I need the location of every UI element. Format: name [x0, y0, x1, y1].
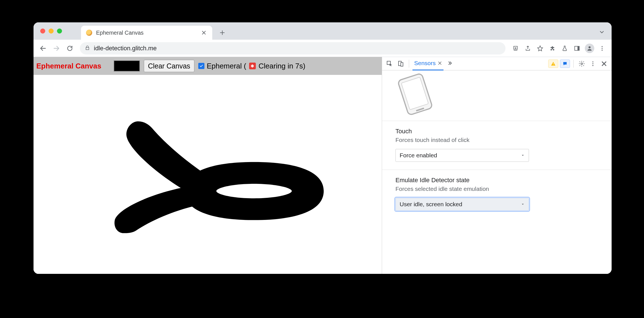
ephemeral-label-suffix: Clearing in 7s)	[259, 62, 306, 70]
orientation-preview	[385, 70, 446, 121]
svg-rect-1	[578, 46, 579, 50]
idle-detector-select-value: User idle, screen locked	[400, 201, 462, 208]
svg-point-13	[592, 63, 593, 64]
tab-close-button[interactable]	[201, 29, 207, 36]
devtools-settings-icon[interactable]	[577, 59, 586, 68]
section-subtitle: Forces selected idle state emulation	[395, 186, 604, 192]
labs-icon[interactable]	[559, 43, 570, 54]
chrome-menu-button[interactable]	[597, 43, 608, 54]
devtools-tabbar: Sensors	[382, 57, 612, 70]
clear-canvas-button[interactable]: Clear Canvas	[144, 60, 194, 72]
url-text: idle-detection.glitch.me	[94, 45, 157, 52]
titlebar: Ephemeral Canvas	[34, 22, 612, 40]
inspect-element-icon[interactable]	[385, 59, 394, 68]
devtools-tab-close-icon[interactable]	[438, 60, 442, 67]
color-picker[interactable]	[114, 60, 140, 72]
tab-title: Ephemeral Canvas	[96, 30, 197, 36]
share-icon[interactable]	[522, 43, 533, 54]
devtools-tab-label: Sensors	[414, 60, 436, 67]
devtools-panel: Sensors	[382, 57, 612, 274]
window-minimize-button[interactable]	[49, 29, 54, 34]
section-idle-detector: Emulate Idle Detector state Forces selec…	[382, 170, 612, 219]
caret-down-icon	[521, 201, 525, 208]
svg-point-2	[588, 46, 590, 48]
bookmark-icon[interactable]	[535, 43, 546, 54]
forward-button[interactable]	[51, 43, 62, 54]
devtools-menu-icon[interactable]	[588, 59, 598, 68]
back-button[interactable]	[37, 43, 49, 54]
devtools-body[interactable]: Touch Forces touch instead of click Forc…	[382, 70, 612, 274]
touch-select[interactable]: Force enabled	[395, 149, 529, 162]
section-touch: Touch Forces touch instead of click Forc…	[382, 121, 612, 170]
window-controls	[40, 29, 62, 34]
browser-toolbar: idle-detection.glitch.me	[34, 40, 612, 57]
browser-tab[interactable]: Ephemeral Canvas	[81, 26, 212, 40]
chrome-window: Ephemeral Canvas idle-detection.glitch.m…	[34, 22, 612, 274]
content-area: Ephemeral Canvas Clear Canvas Ephemeral …	[34, 57, 612, 274]
section-subtitle: Forces touch instead of click	[395, 137, 604, 143]
devtools-close-icon[interactable]	[599, 59, 609, 68]
svg-point-3	[602, 46, 603, 47]
drawing-canvas[interactable]	[34, 75, 382, 274]
page-toolbar: Ephemeral Canvas Clear Canvas Ephemeral …	[34, 57, 382, 75]
tab-favicon-icon	[86, 30, 92, 36]
svg-point-4	[602, 48, 603, 49]
new-tab-button[interactable]	[217, 27, 228, 38]
svg-rect-9	[553, 63, 554, 64]
ephemeral-toggle[interactable]: Ephemeral ( ✱ Clearing in 7s)	[198, 62, 305, 70]
address-bar[interactable]: idle-detection.glitch.me	[80, 42, 505, 54]
svg-point-12	[592, 61, 593, 62]
sidepanel-icon[interactable]	[571, 43, 583, 54]
svg-point-11	[581, 63, 583, 65]
page-title: Ephemeral Canvas	[36, 62, 101, 70]
reload-button[interactable]	[64, 43, 75, 54]
ephemeral-label-prefix: Ephemeral (	[207, 62, 246, 70]
clear-canvas-label: Clear Canvas	[148, 62, 190, 70]
toolbar-right	[510, 43, 608, 54]
install-app-icon[interactable]	[510, 43, 521, 54]
extensions-icon[interactable]	[547, 43, 558, 54]
ephemeral-checkbox[interactable]	[198, 63, 204, 69]
window-maximize-button[interactable]	[57, 29, 62, 34]
device-toolbar-icon[interactable]	[396, 59, 406, 68]
page-viewport: Ephemeral Canvas Clear Canvas Ephemeral …	[34, 57, 382, 274]
section-title: Touch	[395, 128, 604, 135]
svg-rect-10	[553, 65, 554, 65]
svg-rect-8	[401, 63, 403, 66]
devtools-feedback-icon[interactable]	[560, 60, 570, 68]
devtools-tab-sensors[interactable]: Sensors	[412, 57, 443, 70]
lock-icon	[85, 45, 90, 52]
svg-point-5	[602, 49, 603, 51]
siren-icon: ✱	[249, 63, 256, 69]
touch-select-value: Force enabled	[400, 152, 437, 159]
devtools-issues-warning-icon[interactable]	[548, 60, 558, 68]
idle-detector-select[interactable]: User idle, screen locked	[395, 198, 529, 211]
devtools-more-tabs-icon[interactable]	[447, 59, 452, 68]
section-title: Emulate Idle Detector state	[395, 177, 604, 184]
svg-point-14	[592, 65, 593, 66]
tab-search-button[interactable]	[599, 29, 605, 36]
profile-avatar[interactable]	[585, 44, 594, 53]
window-close-button[interactable]	[40, 29, 45, 34]
caret-down-icon	[521, 152, 525, 159]
